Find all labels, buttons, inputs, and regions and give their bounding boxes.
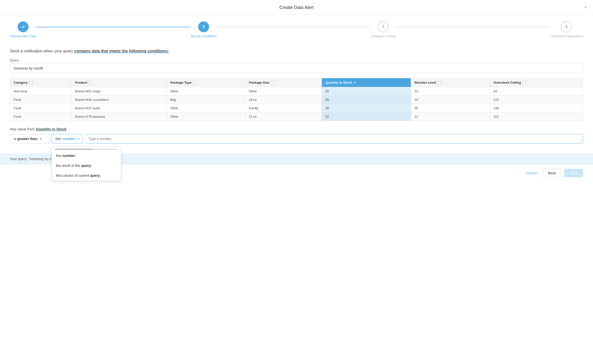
create-data-alert-modal: Create Data Alert × Choose Alert Type 2 … (0, 0, 593, 364)
step-4-circle: 4 (561, 21, 572, 32)
td-category: Food (10, 104, 72, 112)
step-connector-2-3 (217, 27, 371, 27)
th-package-type[interactable]: Package Type (167, 78, 245, 87)
dropdown-item-column-query[interactable]: this column of current query: (52, 171, 121, 181)
th-overstock-label: Overstock Ceiling (494, 81, 521, 84)
step-3-item: 3 Configure Timing (371, 21, 395, 38)
operator-dropdown[interactable]: Is greater than ▾ (10, 134, 50, 144)
th-quantity-in-stock[interactable]: Quantity in Stock ✓ (322, 78, 411, 87)
modal-header: Create Data Alert × (0, 0, 593, 14)
dropdown-item-column-query-keyword: query: (90, 174, 101, 178)
data-table: Category Product Package Type (10, 78, 583, 121)
td-product: Brand #437 sushi (72, 104, 167, 112)
td-overstock_ceiling: 138 (490, 104, 583, 112)
dropdown-item-this-number[interactable]: this number: (52, 151, 121, 161)
step-2-circle: 2 (198, 21, 209, 32)
next-button[interactable]: Next (564, 169, 583, 177)
th-overstock-ceiling[interactable]: Overstock Ceiling (490, 78, 583, 87)
operator-label: Is greater than (14, 137, 37, 141)
table-row: FoodBrand #434 cucumbersBag18 oz2024122 (10, 96, 583, 104)
dropdown-scrollbar-inner (55, 149, 93, 150)
td-overstock_ceiling: 122 (490, 96, 583, 104)
table-row: FoodBrand #176 bananasOther12 oz3221101 (10, 112, 583, 121)
th-package-type-label: Package Type (170, 81, 192, 84)
th-package-size-label: Package Size (249, 81, 269, 84)
td-package_type: Other (167, 112, 245, 121)
close-button[interactable]: × (584, 5, 587, 10)
this-number-keyword: number: (62, 137, 76, 141)
th-package-size[interactable]: Package Size (245, 78, 322, 87)
td-package_type: Other (167, 87, 245, 96)
td-product: Brand #401 mops (72, 87, 167, 96)
td-overstock_ceiling: 101 (490, 112, 583, 121)
td-overstock_ceiling: 64 (490, 87, 583, 96)
td-package_size: 18 oz (245, 96, 322, 104)
th-product[interactable]: Product (72, 78, 167, 87)
step-2-label: Set Up Conditions (191, 34, 217, 38)
table-header-row: Category Product Package Type (10, 78, 583, 87)
td-quantity_in_stock: 25 (322, 87, 411, 96)
any-value-label: Any value from Quantity in Stock (10, 127, 583, 131)
td-reorder_level: 33 (411, 87, 490, 96)
comparison-dropdown-menu: this number: the result of this query: t… (52, 146, 121, 181)
td-reorder_level: 35 (411, 104, 490, 112)
modal-title: Create Data Alert (279, 5, 314, 10)
th-reorder-label: Reorder Level (414, 81, 436, 84)
step-4-item: 4 Customize Appearance (550, 21, 583, 38)
any-value-prefix: Any value from (10, 127, 36, 131)
step-1-circle (18, 21, 29, 32)
th-category-checkbox[interactable] (29, 81, 33, 84)
td-product: Brand #434 cucumbers (72, 96, 167, 104)
td-product: Brand #176 bananas (72, 112, 167, 121)
query-label: Query (10, 58, 583, 62)
td-package_type: Other (167, 104, 245, 112)
operator-chevron-icon: ▾ (40, 137, 41, 141)
step-1-item: Choose Alert Type (10, 21, 36, 38)
td-category: Food (10, 112, 72, 121)
notification-text: Send a notification when your query cont… (10, 49, 583, 53)
step-1-label: Choose Alert Type (10, 34, 36, 38)
dropdown-item-this-number-keyword: number: (62, 154, 76, 158)
td-quantity_in_stock: 20 (322, 96, 411, 104)
td-quantity_in_stock: 36 (322, 104, 411, 112)
this-number-chevron-icon: ▴ (78, 137, 79, 141)
th-category-label: Category (14, 81, 28, 84)
td-package_size: 12 oz (245, 112, 322, 121)
table-row: FoodBrand #437 sushiOtherFamily3635138 (10, 104, 583, 112)
td-category: Food (10, 96, 72, 104)
th-package-type-checkbox[interactable] (193, 81, 196, 84)
step-2-item: 2 Set Up Conditions (191, 21, 217, 38)
th-reorder-checkbox[interactable] (438, 81, 441, 84)
table-row: Non-foodBrand #401 mopsOtherOther253364 (10, 87, 583, 96)
th-quantity-checkmark: ✓ (353, 81, 356, 84)
condition-row: Is greater than ▾ this number: ▴ this (10, 134, 583, 144)
query-input[interactable] (10, 64, 583, 73)
notification-bold: contains data that meets the following c… (74, 49, 169, 53)
number-input[interactable] (85, 134, 583, 144)
td-reorder_level: 24 (411, 96, 490, 104)
dropdown-scrollbar (55, 149, 118, 150)
dropdown-item-query-result[interactable]: the result of this query: (52, 161, 121, 171)
any-value-field: Quantity in Stock (36, 127, 66, 131)
step-3-circle: 3 (378, 21, 389, 32)
stepper: Choose Alert Type 2 Set Up Conditions 3 … (0, 14, 593, 43)
cancel-button[interactable]: Cancel (523, 169, 540, 177)
th-package-size-checkbox[interactable] (271, 81, 274, 84)
modal-body: Send a notification when your query cont… (0, 43, 593, 153)
th-reorder-level[interactable]: Reorder Level (411, 78, 490, 87)
notification-prefix: Send a notification when your query (10, 49, 74, 53)
th-overstock-checkbox[interactable] (522, 81, 526, 84)
step-3-label: Configure Timing (371, 34, 395, 38)
this-number-prefix: this (55, 137, 61, 141)
step-4-label: Customize Appearance (550, 34, 583, 38)
td-reorder_level: 21 (411, 112, 490, 121)
dropdown-item-query-result-keyword: query: (81, 164, 92, 168)
any-value-section: Any value from Quantity in Stock Is grea… (10, 127, 583, 144)
td-quantity_in_stock: 32 (322, 112, 411, 121)
th-category[interactable]: Category (10, 78, 72, 87)
back-button[interactable]: Back (543, 169, 561, 178)
this-number-button[interactable]: this number: ▴ (52, 134, 83, 144)
step-connector-1-2 (36, 27, 191, 27)
td-package_size: Other (245, 87, 322, 96)
th-product-checkbox[interactable] (89, 81, 92, 84)
